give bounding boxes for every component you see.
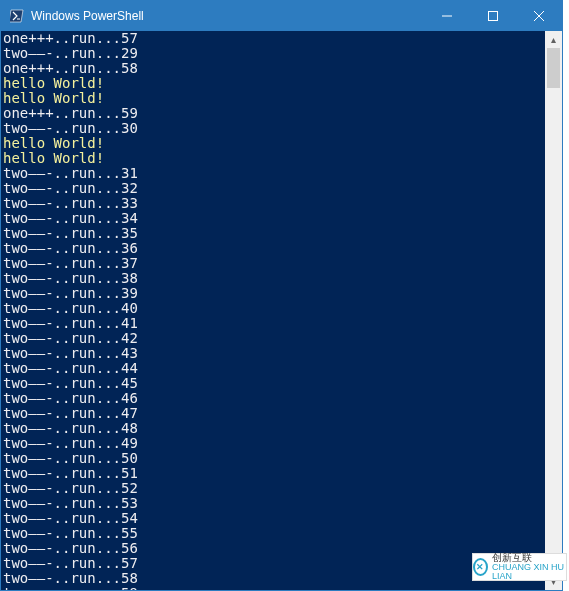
console-line: one+++..run...58 — [3, 61, 543, 76]
scroll-up-button[interactable]: ▴ — [545, 31, 562, 48]
watermark-badge: ✕ 创新互联 CHUANG XIN HU LIAN — [472, 553, 567, 581]
close-button[interactable] — [516, 1, 562, 31]
console-line: hello World! — [3, 136, 543, 151]
console-line: two——-..run...37 — [3, 256, 543, 271]
minimize-button[interactable] — [424, 1, 470, 31]
console-line: two——-..run...45 — [3, 376, 543, 391]
console-line: two——-..run...38 — [3, 271, 543, 286]
svg-rect-0 — [489, 12, 498, 21]
console-line: two——-..run...51 — [3, 466, 543, 481]
console-line: two——-..run...42 — [3, 331, 543, 346]
console-line: two——-..run...52 — [3, 481, 543, 496]
console-line: two——-..run...30 — [3, 121, 543, 136]
console-line: two——-..run...58 — [3, 571, 543, 586]
console-line: two——-..run...40 — [3, 301, 543, 316]
console-line: two——-..run...47 — [3, 406, 543, 421]
console-line: two——-..run...53 — [3, 496, 543, 511]
console-line: two——-..run...32 — [3, 181, 543, 196]
vertical-scrollbar[interactable]: ▴ ▾ — [545, 31, 562, 590]
console-line: hello World! — [3, 151, 543, 166]
console-line: one+++..run...57 — [3, 31, 543, 46]
console-line: hello World! — [3, 91, 543, 106]
console-line: two——-..run...46 — [3, 391, 543, 406]
console-line: two——-..run...56 — [3, 541, 543, 556]
window-title: Windows PowerShell — [31, 9, 144, 23]
console-line: two——-..run...43 — [3, 346, 543, 361]
console-line: two——-..run...57 — [3, 556, 543, 571]
console-line: two——-..run...35 — [3, 226, 543, 241]
console-line: one+++..run...59 — [3, 106, 543, 121]
console-line: two——-..run...48 — [3, 421, 543, 436]
console-line: two——-..run...31 — [3, 166, 543, 181]
watermark-en: CHUANG XIN HU LIAN — [492, 563, 566, 581]
maximize-button[interactable] — [470, 1, 516, 31]
scroll-thumb[interactable] — [547, 48, 560, 88]
watermark-icon: ✕ — [473, 558, 488, 576]
console-line: two——-..run...50 — [3, 451, 543, 466]
console-line: two——-..run...44 — [3, 361, 543, 376]
powershell-icon — [9, 8, 25, 24]
console-line: two——-..run...49 — [3, 436, 543, 451]
console-line: two——-..run...29 — [3, 46, 543, 61]
console-output[interactable]: one+++..run...57two——-..run...29one+++..… — [1, 31, 545, 590]
titlebar[interactable]: Windows PowerShell — [1, 1, 562, 31]
console-line: two——-..run...54 — [3, 511, 543, 526]
scroll-track[interactable] — [545, 48, 562, 573]
console-line: two——-..run...36 — [3, 241, 543, 256]
console-line: two——-..run...39 — [3, 286, 543, 301]
powershell-window: Windows PowerShell one+++..run...57two——… — [0, 0, 563, 591]
console-line: two——-..run...34 — [3, 211, 543, 226]
console-line: two——-..run...41 — [3, 316, 543, 331]
console-line: two——-..run...33 — [3, 196, 543, 211]
client-area: one+++..run...57two——-..run...29one+++..… — [1, 31, 562, 590]
console-line: two——-..run...59 — [3, 586, 543, 590]
console-line: hello World! — [3, 76, 543, 91]
console-line: two——-..run...55 — [3, 526, 543, 541]
